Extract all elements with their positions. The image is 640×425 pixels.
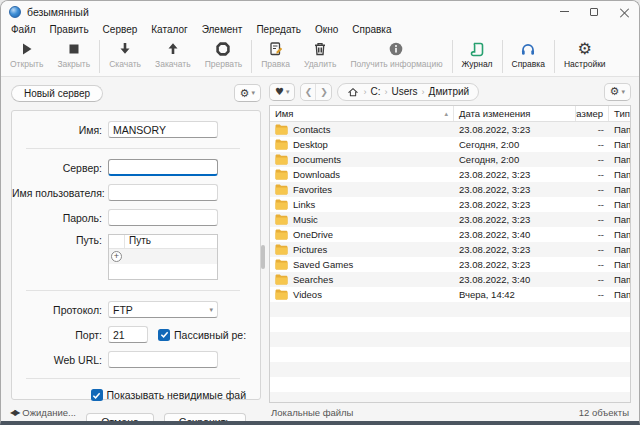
file-row[interactable]: VideosВчера, 14:42--Папка <box>270 287 630 302</box>
menu-directory[interactable]: Каталог <box>151 24 187 35</box>
close-button[interactable] <box>609 1 639 22</box>
username-input[interactable] <box>108 184 218 201</box>
add-path-button[interactable]: + <box>111 251 122 262</box>
path-list[interactable]: Путь + <box>108 234 218 280</box>
file-row[interactable]: DocumentsСегодня, 2:00--Папка <box>270 152 630 167</box>
protocol-select[interactable]: FTP ▾ <box>108 301 218 318</box>
menu-server[interactable]: Сервер <box>103 24 138 35</box>
passive-mode-label: Пассивный ре: <box>174 329 246 341</box>
password-input[interactable] <box>108 209 218 226</box>
breadcrumb-segment[interactable]: C: <box>370 86 380 97</box>
menu-help[interactable]: Справка <box>352 24 391 35</box>
gear-icon: ⚙ <box>610 86 620 97</box>
toolbar-button-label: Закрыть <box>57 59 90 69</box>
file-row[interactable]: OneDrive23.08.2022, 3:40--Папка <box>270 227 630 242</box>
breadcrumb: ›C:›Users›Дмитрий <box>337 83 479 101</box>
save-button[interactable]: Сохранить <box>164 413 246 425</box>
log-button[interactable]: Журнал <box>455 37 500 76</box>
file-type: Папка <box>609 227 630 242</box>
column-header-label: Тип <box>614 108 630 119</box>
show-hidden-checkbox[interactable] <box>91 389 103 401</box>
file-type: Папка <box>609 167 630 182</box>
breadcrumb-segment[interactable]: Users <box>391 86 417 97</box>
bookmarks-menu-button[interactable]: ♥ ▾ <box>269 83 295 101</box>
file-row[interactable]: Favorites23.08.2022, 3:23--Папка <box>270 182 630 197</box>
settings-button[interactable]: ⚙Настройки <box>557 37 613 76</box>
bookmark-actions-button[interactable]: ⚙ ▾ <box>234 84 261 102</box>
file-row[interactable]: Pictures23.08.2022, 3:23--Папка <box>270 242 630 257</box>
path-label: Путь: <box>12 234 108 246</box>
file-name: Documents <box>293 154 341 165</box>
file-date: 23.08.2022, 3:23 <box>454 242 576 257</box>
left-panel-scrollbar[interactable] <box>261 245 265 269</box>
settings-gear-icon: ⚙ <box>578 40 592 58</box>
minimize-button[interactable] <box>549 1 579 22</box>
file-name: Downloads <box>293 169 340 180</box>
path-column-header: Путь <box>125 235 151 248</box>
file-name: Music <box>293 214 318 225</box>
cancel-button[interactable]: Отмена <box>86 413 154 425</box>
sort-ascending-icon: ▴ <box>444 110 448 118</box>
toolbar-button-label: Справка <box>512 59 545 69</box>
file-name: Links <box>293 199 315 210</box>
menu-file[interactable]: Файл <box>11 24 36 35</box>
toolbar-button-label: Закачать <box>155 59 191 69</box>
back-button[interactable]: ❮ <box>301 84 316 100</box>
file-size: -- <box>576 122 609 137</box>
home-icon[interactable] <box>347 86 359 98</box>
file-type: Папка <box>609 212 630 227</box>
menu-edit[interactable]: Править <box>50 24 89 35</box>
file-row[interactable]: Searches23.08.2022, 3:40--Папка <box>270 272 630 287</box>
forward-button[interactable]: ❯ <box>316 84 331 100</box>
stop-icon <box>66 40 82 58</box>
file-row[interactable]: Links23.08.2022, 3:23--Папка <box>270 197 630 212</box>
column-header-size[interactable]: Размер <box>576 106 609 121</box>
column-header-date[interactable]: Дата изменения <box>454 106 576 121</box>
file-list-header: Имя▴Дата измененияРазмерТип <box>270 106 630 122</box>
file-row[interactable]: Contacts23.08.2022, 3:23--Папка <box>270 122 630 137</box>
protocol-label: Протокол: <box>12 304 108 316</box>
file-date: 23.08.2022, 3:23 <box>454 122 576 137</box>
download-arrow-icon <box>117 40 133 58</box>
name-input[interactable] <box>108 121 218 138</box>
breadcrumb-segment[interactable]: Дмитрий <box>429 86 470 97</box>
file-type: Папка <box>609 257 630 272</box>
app-icon <box>9 6 21 18</box>
server-input[interactable] <box>108 159 218 176</box>
maximize-icon <box>590 8 598 16</box>
browser-actions-button[interactable]: ⚙ ▾ <box>604 83 631 101</box>
maximize-button[interactable] <box>579 1 609 22</box>
server-label: Сервер: <box>12 162 108 174</box>
file-date: 23.08.2022, 3:23 <box>454 197 576 212</box>
file-row[interactable]: Downloads23.08.2022, 3:23--Папка <box>270 167 630 182</box>
menu-element[interactable]: Элемент <box>202 24 243 35</box>
folder-icon <box>275 229 288 240</box>
file-name: Desktop <box>293 139 328 150</box>
close-icon <box>620 7 629 16</box>
passive-mode-checkbox[interactable] <box>158 329 170 341</box>
column-header-label: Дата изменения <box>459 108 530 119</box>
file-date: Вчера, 14:42 <box>454 287 576 302</box>
port-input[interactable] <box>108 326 148 343</box>
file-row[interactable]: Music23.08.2022, 3:23--Папка <box>270 212 630 227</box>
checkmark-icon <box>160 330 169 339</box>
folder-icon <box>275 289 288 300</box>
menu-transfer[interactable]: Передать <box>256 24 301 35</box>
app-window: безымянный ФайлПравитьСерверКаталогЭлеме… <box>0 0 640 425</box>
file-date: 23.08.2022, 3:23 <box>454 182 576 197</box>
folder-icon <box>275 214 288 225</box>
file-name: Pictures <box>293 244 327 255</box>
weburl-input[interactable] <box>108 351 218 368</box>
new-server-button[interactable]: Новый сервер <box>11 85 103 102</box>
upload-arrow-icon <box>165 40 181 58</box>
column-header-name[interactable]: Имя▴ <box>270 106 454 121</box>
menu-window[interactable]: Окно <box>315 24 338 35</box>
toolbar-button-label: Открыть <box>10 59 43 69</box>
file-name: OneDrive <box>293 229 333 240</box>
file-row[interactable]: Saved Games23.08.2022, 3:23--Папка <box>270 257 630 272</box>
chevron-down-icon: ▾ <box>209 306 213 314</box>
help-button[interactable]: Справка <box>505 37 552 76</box>
file-row[interactable]: DesktopСегодня, 2:00--Папка <box>270 137 630 152</box>
column-header-type[interactable]: Тип <box>609 106 630 121</box>
breadcrumb-separator-icon: › <box>384 87 387 97</box>
